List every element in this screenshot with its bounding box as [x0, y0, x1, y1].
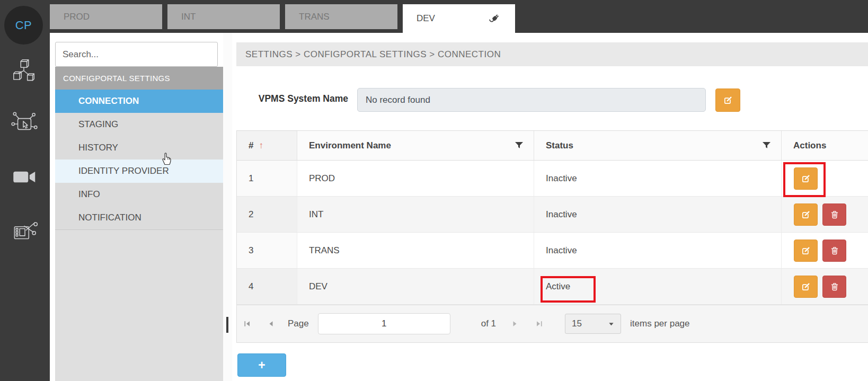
- tab-int-label: INT: [181, 12, 196, 22]
- column-header-num[interactable]: # ↑: [237, 131, 297, 160]
- tab-prod-label: PROD: [64, 12, 90, 22]
- tab-dev-label: DEV: [417, 13, 435, 24]
- items-per-page-label: items per page: [630, 318, 689, 329]
- actions-cell: [782, 197, 867, 232]
- video-edit-icon[interactable]: [10, 215, 39, 245]
- row-number-cell: 3: [237, 233, 297, 268]
- table-row-2: 2 INT Inactive: [237, 197, 868, 233]
- sidebar-item-notification[interactable]: NOTIFICATION: [55, 206, 223, 229]
- panel-filler: [55, 229, 223, 381]
- delete-button[interactable]: [822, 240, 846, 262]
- vpms-edit-button[interactable]: [715, 88, 740, 112]
- vpms-system-name-label: VPMS System Name: [236, 93, 348, 104]
- edit-icon: [801, 210, 811, 219]
- edit-button[interactable]: [794, 203, 818, 226]
- tab-dev[interactable]: DEV: [403, 4, 515, 33]
- sort-ascending-icon: ↑: [259, 140, 263, 151]
- row-number-cell: 4: [237, 269, 297, 304]
- sidebar-item-history[interactable]: HISTORY: [55, 136, 223, 160]
- actions-header-label: Actions: [793, 140, 826, 151]
- sidebar-item-identity-provider[interactable]: IDENTITY PROVIDER: [55, 160, 223, 183]
- environment-header-label: Environment Name: [309, 140, 391, 151]
- edit-icon: [723, 95, 733, 105]
- avatar[interactable]: CP: [4, 6, 43, 45]
- environment-cell: TRANS: [297, 233, 534, 268]
- environment-cell: PROD: [297, 161, 534, 196]
- status-filter-icon[interactable]: [763, 142, 770, 149]
- video-camera-icon[interactable]: [10, 162, 39, 192]
- status-text: Active: [546, 281, 570, 292]
- grid-header: # ↑ Environment Name Status Actions: [237, 131, 868, 161]
- breadcrumb: SETTINGS > CONFIGPORTAL SETTINGS > CONNE…: [236, 42, 868, 66]
- status-text: Inactive: [546, 209, 577, 220]
- page-size-value: 15: [572, 318, 582, 329]
- plug-icon: [488, 12, 501, 25]
- app-rail: CP: [0, 0, 50, 381]
- trash-icon: [830, 246, 839, 255]
- status-cell: Inactive: [534, 197, 782, 232]
- trash-icon: [830, 282, 839, 291]
- avatar-text: CP: [15, 19, 32, 32]
- previous-page-icon[interactable]: [267, 320, 275, 327]
- sidebar-item-staging[interactable]: STAGING: [55, 113, 223, 136]
- vpms-system-name-field[interactable]: [357, 88, 706, 112]
- row-number-cell: 1: [237, 161, 297, 196]
- settings-menu: CONFIGPORTAL SETTINGS CONNECTION STAGING…: [55, 67, 223, 229]
- actions-cell: [782, 233, 867, 268]
- first-page-icon[interactable]: [243, 320, 251, 327]
- status-cell: Inactive: [534, 233, 782, 268]
- add-environment-button[interactable]: +: [237, 353, 286, 377]
- environment-cell: DEV: [297, 269, 534, 304]
- trash-icon: [830, 210, 839, 219]
- actions-cell: [782, 161, 867, 196]
- edit-icon: [801, 246, 811, 255]
- menu-section-header: CONFIGPORTAL SETTINGS: [55, 67, 223, 90]
- status-text: Inactive: [546, 245, 577, 256]
- status-header-label: Status: [546, 140, 573, 151]
- page-number-input[interactable]: [318, 313, 450, 334]
- plus-icon: +: [258, 358, 265, 373]
- panel-scrollbar-thumb[interactable]: [226, 317, 228, 333]
- actions-cell: [782, 269, 867, 304]
- tab-trans-label: TRANS: [299, 12, 330, 22]
- environment-filter-icon[interactable]: [515, 142, 523, 149]
- num-header-label: #: [249, 140, 253, 151]
- row-number-cell: 2: [237, 197, 297, 232]
- edit-button[interactable]: [794, 167, 818, 190]
- environments-grid: # ↑ Environment Name Status Actions 1 PR…: [236, 130, 868, 343]
- delete-button[interactable]: [822, 276, 846, 298]
- sidebar-item-connection[interactable]: CONNECTION: [55, 90, 223, 113]
- table-row-1: 1 PROD Inactive: [237, 161, 868, 197]
- tab-int[interactable]: INT: [167, 4, 280, 29]
- search-input[interactable]: [55, 42, 218, 67]
- table-row-3: 3 TRANS Inactive: [237, 233, 868, 269]
- app-interaction-icon[interactable]: [10, 109, 39, 139]
- chevron-down-icon: [608, 321, 614, 327]
- settings-panel: CONFIGPORTAL SETTINGS CONNECTION STAGING…: [50, 33, 223, 381]
- status-text: Inactive: [546, 173, 577, 184]
- edit-button[interactable]: [794, 240, 818, 262]
- environment-cell: INT: [297, 197, 534, 232]
- tab-trans[interactable]: TRANS: [285, 4, 397, 29]
- grid-pager: Page of 1 15 items per page: [237, 305, 868, 342]
- status-cell: Active: [534, 269, 782, 304]
- sidebar-item-info[interactable]: INFO: [55, 183, 223, 206]
- page-size-dropdown[interactable]: 15: [565, 314, 621, 334]
- last-page-icon[interactable]: [535, 320, 543, 327]
- column-header-environment[interactable]: Environment Name: [297, 131, 534, 160]
- column-header-status[interactable]: Status: [534, 131, 782, 160]
- table-row-4: 4 DEV Active: [237, 269, 868, 305]
- edit-icon: [801, 282, 811, 291]
- tab-prod[interactable]: PROD: [50, 4, 162, 29]
- page-label: Page: [288, 318, 309, 329]
- status-cell: Inactive: [534, 161, 782, 196]
- delete-button[interactable]: [822, 203, 846, 226]
- edit-button[interactable]: [794, 276, 818, 298]
- next-page-icon[interactable]: [511, 320, 519, 327]
- column-header-actions: Actions: [782, 131, 867, 160]
- page-count-label: of 1: [481, 318, 496, 329]
- modules-icon[interactable]: [10, 56, 39, 86]
- edit-icon: [801, 174, 811, 183]
